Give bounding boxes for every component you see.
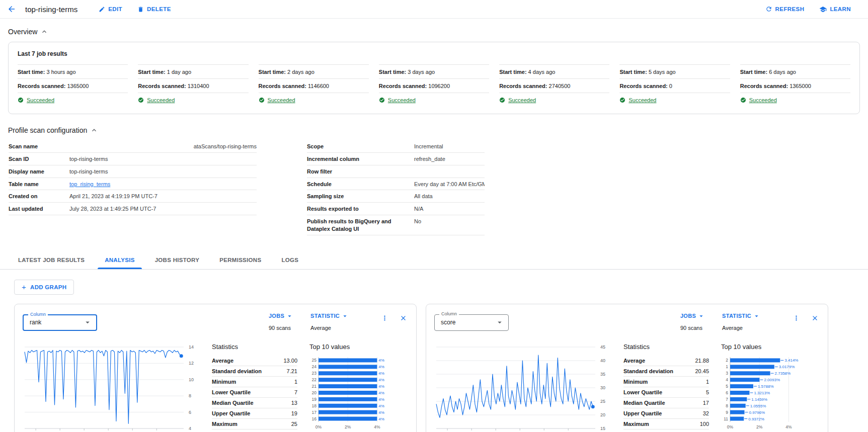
job-result-column: Start time: 4 days agoRecords scanned: 2… <box>499 64 609 107</box>
start-time-value: 2 days ago <box>287 69 314 75</box>
svg-text:45: 45 <box>600 344 605 350</box>
statistic-row: Minimum1 <box>212 377 297 387</box>
add-graph-button[interactable]: + ADD GRAPH <box>14 280 74 295</box>
chevron-up-icon <box>40 28 48 36</box>
delete-button[interactable]: DELETE <box>132 3 176 16</box>
job-status-link[interactable]: Succeeded <box>508 97 536 103</box>
check-circle-icon <box>18 97 24 103</box>
svg-text:15: 15 <box>600 426 605 431</box>
card-header-controls: JOBS90 scansSTATISTICAverage <box>680 312 820 331</box>
jobs-dropdown[interactable]: JOBS <box>680 312 705 320</box>
job-status: Succeeded <box>18 93 128 107</box>
check-circle-icon <box>259 97 265 103</box>
job-status: Succeeded <box>259 93 369 107</box>
table-name-link[interactable]: top_rising_terms <box>69 181 110 187</box>
svg-text:40: 40 <box>600 358 605 363</box>
job-status-link[interactable]: Succeeded <box>268 97 295 103</box>
svg-text:1.3213%: 1.3213% <box>754 391 770 395</box>
more-options-button[interactable] <box>380 313 389 323</box>
records-scanned-label: Records scanned: <box>619 83 669 89</box>
svg-text:35: 35 <box>600 372 605 377</box>
tab-jobs-history[interactable]: JOBS HISTORY <box>145 250 210 269</box>
svg-text:4: 4 <box>189 426 191 431</box>
edit-button[interactable]: EDIT <box>94 3 127 16</box>
records-scanned-value: 1146600 <box>308 83 329 89</box>
card-action-icons <box>380 312 408 323</box>
config-row: Last updatedJuly 28, 2023 at 1:49:25 PM … <box>9 203 257 215</box>
config-label: Scan name <box>9 143 69 150</box>
config-row: Incremental columnrefresh_date <box>307 153 485 165</box>
records-scanned-value: 1096200 <box>428 83 450 89</box>
config-row: Scan nameataScans/top-rising-terms <box>9 140 257 153</box>
job-records-scanned: Records scanned: 1365000 <box>18 78 128 93</box>
job-status-link[interactable]: Succeeded <box>628 97 656 103</box>
column-select[interactable]: Columnscore <box>434 314 509 331</box>
tab-analysis[interactable]: ANALYSIS <box>95 250 145 269</box>
school-icon <box>819 6 827 13</box>
close-card-button[interactable] <box>399 313 408 323</box>
tab-permissions[interactable]: PERMISSIONS <box>209 250 271 269</box>
job-result-column: Start time: 6 days agoRecords scanned: 1… <box>740 64 850 107</box>
svg-text:1: 1 <box>726 364 728 369</box>
config-section-header[interactable]: Profile scan configuration <box>0 117 106 139</box>
svg-text:1.1459%: 1.1459% <box>751 397 767 402</box>
svg-text:18: 18 <box>312 403 317 408</box>
statistic-dropdown[interactable]: STATISTIC <box>722 312 760 320</box>
svg-text:4%: 4% <box>378 404 384 408</box>
statistic-label: Median Quartile <box>623 400 665 406</box>
job-start-time: Start time: 5 days ago <box>619 64 730 78</box>
statistic-number: 5 <box>706 389 709 395</box>
job-status-link[interactable]: Succeeded <box>147 97 175 103</box>
config-row: ScopeIncremental <box>307 140 485 153</box>
config-label: Incremental column <box>307 155 414 163</box>
config-tables: Scan nameataScans/top-rising-termsScan I… <box>0 139 868 235</box>
svg-text:2: 2 <box>726 358 728 363</box>
svg-text:3.414%: 3.414% <box>784 358 798 363</box>
statistic-label: Lower Quartile <box>212 389 251 395</box>
records-scanned-label: Records scanned: <box>259 83 308 89</box>
config-value: No <box>414 218 485 233</box>
statistic-number: 7.21 <box>287 368 297 374</box>
svg-text:4%: 4% <box>378 378 384 382</box>
graph-card-header: ColumnscoreJOBS90 scansSTATISTICAverage <box>434 312 820 331</box>
jobs-dropdown[interactable]: JOBS <box>269 312 293 320</box>
svg-text:12: 12 <box>189 361 194 366</box>
tab-latest-job-results[interactable]: LATEST JOB RESULTS <box>8 250 95 269</box>
job-status: Succeeded <box>740 93 850 107</box>
statistic-dropdown[interactable]: STATISTIC <box>310 312 349 320</box>
svg-text:6: 6 <box>726 390 728 395</box>
trend-chart-section: 141210864UTC-7May 25, 2023Jun 8, 2023Jun… <box>23 342 200 432</box>
svg-text:0.9372%: 0.9372% <box>748 416 764 421</box>
trash-icon <box>137 6 144 13</box>
close-icon <box>400 314 407 322</box>
job-status-link[interactable]: Succeeded <box>27 97 54 103</box>
column-select[interactable]: Columnrank <box>23 314 97 331</box>
top-values-bar-chart: 0%2%4%23.414%13.0179%32.7358%42.0093%51.… <box>721 356 820 431</box>
statistic-label: Lower Quartile <box>623 389 662 395</box>
close-card-button[interactable] <box>810 313 820 323</box>
tab-logs[interactable]: LOGS <box>271 250 308 269</box>
plus-icon: + <box>22 285 26 290</box>
config-value: top-rising-terms <box>69 155 257 163</box>
start-time-label: Start time: <box>619 69 648 75</box>
job-status-link[interactable]: Succeeded <box>749 97 777 103</box>
more-options-button[interactable] <box>792 313 801 323</box>
overview-section-header[interactable]: Overview <box>0 19 56 41</box>
job-status-link[interactable]: Succeeded <box>388 97 416 103</box>
svg-text:11: 11 <box>724 416 728 421</box>
statistic-label: Standard deviation <box>623 368 673 374</box>
start-time-value: 6 days ago <box>769 69 796 75</box>
refresh-button[interactable]: REFRESH <box>760 3 810 16</box>
column-select-label: Column <box>28 312 48 317</box>
statistic-row: Standard deviation20.45 <box>623 366 709 377</box>
statistic-dropdown-group: STATISTICAverage <box>722 312 760 331</box>
chevron-up-icon <box>90 126 98 134</box>
svg-text:24: 24 <box>312 364 317 369</box>
learn-button[interactable]: LEARN <box>814 3 856 16</box>
back-button[interactable] <box>7 5 16 14</box>
config-label: Results exported to <box>307 205 414 213</box>
config-row: Row filter <box>307 165 485 178</box>
records-scanned-value: 2740500 <box>549 83 571 89</box>
statistic-number: 1 <box>294 379 297 385</box>
graph-card-body: 45403530252015UTC-7May 25, 2023Jun 8, 20… <box>434 342 820 432</box>
